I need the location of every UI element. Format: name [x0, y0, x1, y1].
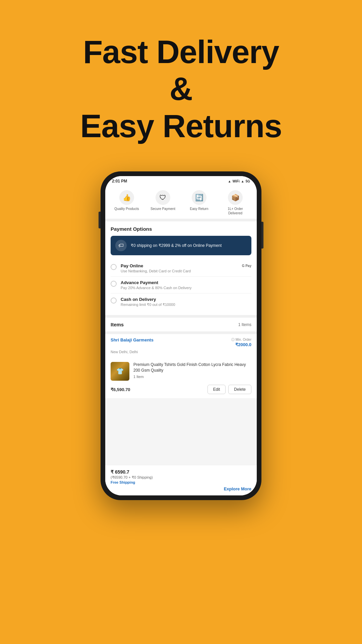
headline-line3: Easy Returns	[80, 108, 282, 144]
feature-order: 📦 1L+ Order Delivered	[222, 190, 249, 215]
feature-secure: 🛡 Secure Payment	[149, 190, 176, 215]
order-label: 1L+ Order Delivered	[222, 207, 249, 215]
seller-name: Shri Balaji Garments	[111, 337, 154, 342]
secure-label: Secure Payment	[150, 207, 175, 211]
feature-return: 🔄 Easy Return	[186, 190, 213, 215]
pay-online-desc: Use Netbanking, Debit Card or Credit Car…	[121, 269, 238, 273]
product-row: 👕 Premium Quality Tshirts Gold Finish Co…	[105, 358, 257, 385]
pay-online-name: Pay Online	[121, 263, 238, 268]
promo-icon: 🏷	[115, 240, 127, 251]
payment-title: Payment Options	[111, 226, 251, 232]
features-row: 👍 Quality Products 🛡 Secure Payment 🔄 Ea…	[105, 185, 257, 219]
status-time: 2:01 PM	[112, 179, 127, 183]
status-icons: ▲ WiFi ▲ 5G	[228, 179, 250, 183]
feature-quality: 👍 Quality Products	[113, 190, 140, 215]
payment-option-cod[interactable]: Cash on Delivery Remaining limit ₹0 out …	[111, 293, 251, 310]
cod-name: Cash on Delivery	[121, 297, 251, 302]
divider-1	[105, 219, 257, 221]
headline-line1: Fast Delivery	[83, 34, 279, 70]
items-title: Items	[111, 322, 124, 327]
product-qty: 1 Item	[133, 375, 251, 379]
product-price: ₹6,590.70	[111, 387, 130, 392]
order-icon: 📦	[228, 190, 243, 205]
divider-2	[105, 315, 257, 318]
edit-button[interactable]: Edit	[207, 385, 226, 394]
delete-button[interactable]: Delete	[228, 385, 251, 394]
fiveg-icon: 5G	[246, 179, 250, 183]
radio-cod[interactable]	[111, 298, 117, 304]
signal-icon: ▲	[228, 179, 231, 183]
seller-row: Shri Balaji Garments ⓘ Min. Order ₹2000.…	[111, 337, 251, 347]
radio-online[interactable]	[111, 264, 117, 270]
payment-info-online: Pay Online Use Netbanking, Debit Card or…	[121, 263, 238, 273]
action-buttons: Edit Delete	[207, 385, 251, 394]
items-header: Items 1 Items	[105, 318, 257, 331]
return-label: Easy Return	[190, 207, 208, 211]
promo-banner[interactable]: 🏷 ₹0 shipping on ₹2999 & 2% off on Onlin…	[111, 236, 251, 255]
seller-section: Shri Balaji Garments ⓘ Min. Order ₹2000.…	[105, 334, 257, 358]
advance-payment-name: Advance Payment	[121, 280, 251, 285]
headline: Fast Delivery & Easy Returns	[80, 34, 282, 145]
status-bar: 2:01 PM ▲ WiFi ▲ 5G	[105, 176, 257, 185]
product-image: 👕	[111, 362, 129, 381]
items-count: 1 Items	[238, 322, 251, 327]
cod-desc: Remaining limit ₹0 out of ₹10000	[121, 303, 251, 307]
cart-footer: ₹ 6590.7 (₹6590.70 + ₹0 Shipping) Free S…	[105, 465, 257, 495]
quality-icon: 👍	[119, 190, 134, 205]
phone-screen: 2:01 PM ▲ WiFi ▲ 5G 👍 Quality Products 🛡…	[105, 176, 257, 495]
advance-payment-desc: Pay 20% Advance & 80% Cash on Delivery	[121, 286, 251, 290]
payment-info-cod: Cash on Delivery Remaining limit ₹0 out …	[121, 297, 251, 307]
radio-advance[interactable]	[111, 281, 117, 287]
network-icon: ▲	[241, 179, 244, 183]
product-details: Premium Quality Tshirts Gold Finish Cott…	[133, 362, 251, 379]
gpay-logo: G Pay	[242, 264, 251, 268]
phone-mockup: 2:01 PM ▲ WiFi ▲ 5G 👍 Quality Products 🛡…	[101, 171, 261, 500]
quality-label: Quality Products	[114, 207, 139, 211]
product-image-inner: 👕	[111, 362, 129, 381]
seller-location: New Delhi, Delhi	[111, 350, 138, 354]
divider-3	[105, 331, 257, 334]
return-icon: 🔄	[192, 190, 206, 205]
headline-line2: &	[170, 71, 192, 107]
payment-option-advance[interactable]: Advance Payment Pay 20% Advance & 80% Ca…	[111, 277, 251, 293]
wifi-icon: WiFi	[233, 179, 240, 183]
cart-breakdown: (₹6590.70 + ₹0 Shipping)	[111, 475, 251, 480]
payment-option-online[interactable]: Pay Online Use Netbanking, Debit Card or…	[111, 260, 251, 277]
free-shipping: Free Shipping	[111, 480, 251, 484]
min-order-value: ₹2000.0	[231, 342, 251, 347]
min-order-label: ⓘ Min. Order	[231, 337, 251, 342]
min-order-info: ⓘ Min. Order ₹2000.0	[231, 337, 251, 347]
promo-text: ₹0 shipping on ₹2999 & 2% off on Online …	[131, 243, 222, 249]
payment-info-advance: Advance Payment Pay 20% Advance & 80% Ca…	[121, 280, 251, 290]
product-price-row: ₹6,590.70 Edit Delete	[105, 385, 257, 398]
secure-icon: 🛡	[156, 190, 170, 205]
explore-row: Explore More	[111, 486, 251, 491]
payment-section: Payment Options 🏷 ₹0 shipping on ₹2999 &…	[105, 221, 257, 315]
cart-total: ₹ 6590.7	[111, 469, 251, 475]
explore-more-button[interactable]: Explore More	[224, 486, 251, 491]
product-name: Premium Quality Tshirts Gold Finish Cott…	[133, 362, 251, 373]
